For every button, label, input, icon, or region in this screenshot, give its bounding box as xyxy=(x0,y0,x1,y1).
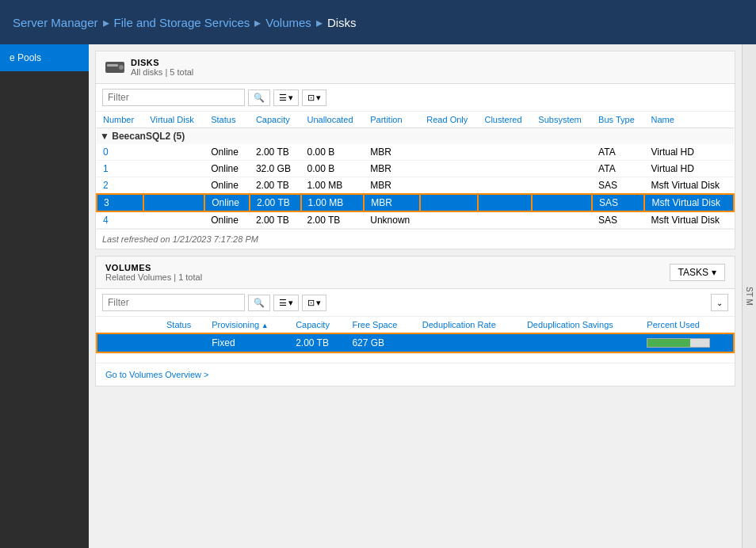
cell-status: Online xyxy=(204,194,250,211)
volumes-table-scroll[interactable]: Status Provisioning Capacity Free Space … xyxy=(96,317,735,353)
disk-table-row[interactable]: 0 Online 2.00 TB 0.00 B MBR ATA Virtual … xyxy=(97,144,734,161)
go-to-volumes-link[interactable]: Go to Volumes Overview > xyxy=(105,370,209,379)
dropdown-arrow-1: ▾ xyxy=(288,93,293,103)
disks-table: Number Virtual Disk Status Capacity Unal… xyxy=(96,112,735,229)
col-bus-type[interactable]: Bus Type xyxy=(592,112,644,128)
vol-col-percent-used[interactable]: Percent Used xyxy=(640,317,734,333)
volumes-table: Status Provisioning Capacity Free Space … xyxy=(96,317,735,353)
disks-toolbar: 🔍 ☰ ▾ ⊡ ▾ xyxy=(96,84,735,112)
cell-read-only xyxy=(420,194,478,211)
cell-virtual-disk xyxy=(143,211,204,229)
col-subsystem[interactable]: Subsystem xyxy=(532,112,592,128)
col-capacity[interactable]: Capacity xyxy=(250,112,301,128)
server-manager-link[interactable]: Server Manager xyxy=(13,16,98,29)
sidebar-item-pools[interactable]: e Pools xyxy=(0,44,89,71)
cell-unallocated: 2.00 TB xyxy=(301,211,365,229)
percent-used-bar xyxy=(647,338,710,348)
cell-name: Msft Virtual Disk xyxy=(644,177,734,195)
disks-subtitle: All disks | 5 total xyxy=(131,67,193,77)
vol-col-drive[interactable] xyxy=(97,317,160,333)
cell-name: Msft Virtual Disk xyxy=(644,211,734,229)
col-clustered[interactable]: Clustered xyxy=(478,112,532,128)
disk-table-row[interactable]: 2 Online 2.00 TB 1.00 MB MBR SAS Msft Vi… xyxy=(97,177,734,195)
cell-number: 0 xyxy=(97,144,143,161)
cell-number: 4 xyxy=(97,211,143,229)
volumes-list-icon: ☰ xyxy=(279,298,287,308)
cell-read-only xyxy=(420,177,478,195)
export-icon: ⊡ xyxy=(307,93,315,103)
cell-status: Online xyxy=(204,211,250,229)
cell-vol-dedup-rate xyxy=(416,333,521,352)
cell-number: 3 xyxy=(97,194,143,211)
percent-used-fill xyxy=(647,339,690,347)
volumes-filter-input[interactable] xyxy=(102,294,245,311)
right-panel: ST M xyxy=(742,44,756,548)
disk-group-header: ▼ BeecanSQL2 (5) xyxy=(97,128,734,145)
separator-3: ▸ xyxy=(316,15,323,30)
cell-partition: MBR xyxy=(364,177,420,195)
disks-table-body: ▼ BeecanSQL2 (5) 0 Online 2.00 TB 0.00 B… xyxy=(97,128,734,229)
col-number[interactable]: Number xyxy=(97,112,143,128)
col-name[interactable]: Name xyxy=(644,112,734,128)
dropdown-arrow-2: ▾ xyxy=(316,93,321,103)
vol-col-capacity[interactable]: Capacity xyxy=(289,317,346,333)
sidebar-item-label: e Pools xyxy=(10,52,41,63)
cell-bus-type: ATA xyxy=(592,144,644,161)
chevron-down-icon: ⌄ xyxy=(716,299,723,307)
disk-table-row[interactable]: 1 Online 32.0 GB 0.00 B MBR ATA Virtual … xyxy=(97,161,734,177)
disk-table-row[interactable]: 3 Online 2.00 TB 1.00 MB MBR SAS Msft Vi… xyxy=(97,194,734,211)
search-icon: 🔍 xyxy=(254,93,265,103)
cell-virtual-disk xyxy=(143,161,204,177)
separator-2: ▸ xyxy=(254,15,261,30)
disks-export-button[interactable]: ⊡ ▾ xyxy=(302,89,326,106)
file-storage-link[interactable]: File and Storage Services xyxy=(114,16,250,29)
cell-vol-dedup-savings xyxy=(521,333,640,352)
volumes-search-icon: 🔍 xyxy=(254,298,265,308)
vol-col-free-space[interactable]: Free Space xyxy=(346,317,415,333)
col-status[interactable]: Status xyxy=(204,112,250,128)
vol-col-dedup-savings[interactable]: Deduplication Savings xyxy=(521,317,640,333)
col-read-only[interactable]: Read Only xyxy=(420,112,478,128)
tasks-button[interactable]: TASKS ▾ xyxy=(670,264,725,281)
cell-clustered xyxy=(478,144,532,161)
content-area: DISKS All disks | 5 total 🔍 ☰ ▾ ⊡ ▾ xyxy=(89,44,742,548)
cell-vol-free-space: 627 GB xyxy=(346,333,415,352)
volumes-scrollbar[interactable] xyxy=(96,353,735,363)
cell-vol-capacity: 2.00 TB xyxy=(289,333,346,352)
cell-virtual-disk xyxy=(143,177,204,195)
volumes-dropdown-arrow-2: ▾ xyxy=(316,298,321,308)
vol-col-status[interactable]: Status xyxy=(160,317,205,333)
volume-table-row[interactable]: Fixed 2.00 TB 627 GB xyxy=(97,333,734,352)
svg-point-2 xyxy=(119,65,124,70)
vol-col-provisioning[interactable]: Provisioning xyxy=(205,317,289,333)
disk-table-row[interactable]: 4 Online 2.00 TB 2.00 TB Unknown SAS Msf… xyxy=(97,211,734,229)
col-partition[interactable]: Partition xyxy=(364,112,420,128)
cell-name: Virtual HD xyxy=(644,161,734,177)
volumes-link[interactable]: Volumes xyxy=(265,16,311,29)
cell-capacity: 2.00 TB xyxy=(250,211,301,229)
disks-list-view-button[interactable]: ☰ ▾ xyxy=(273,89,299,106)
disks-filter-input[interactable] xyxy=(102,89,245,106)
disks-search-button[interactable]: 🔍 xyxy=(248,89,270,106)
volumes-export-button[interactable]: ⊡ ▾ xyxy=(302,295,326,311)
volumes-toolbar: 🔍 ☰ ▾ ⊡ ▾ ⌄ xyxy=(96,289,735,317)
volumes-search-button[interactable]: 🔍 xyxy=(248,295,270,311)
col-unallocated[interactable]: Unallocated xyxy=(301,112,365,128)
cell-partition: MBR xyxy=(364,144,420,161)
volumes-list-view-button[interactable]: ☰ ▾ xyxy=(273,295,299,311)
cell-name: Virtual HD xyxy=(644,144,734,161)
disks-table-header-row: Number Virtual Disk Status Capacity Unal… xyxy=(97,112,734,128)
cell-unallocated: 1.00 MB xyxy=(301,194,365,211)
sidebar: e Pools xyxy=(0,44,89,548)
volumes-collapse-button[interactable]: ⌄ xyxy=(711,294,728,311)
col-virtual-disk[interactable]: Virtual Disk xyxy=(143,112,204,128)
volumes-section: VOLUMES Related Volumes | 1 total TASKS … xyxy=(95,256,735,386)
vol-col-dedup-rate[interactable]: Deduplication Rate xyxy=(416,317,521,333)
cell-status: Online xyxy=(204,144,250,161)
cell-capacity: 2.00 TB xyxy=(250,177,301,195)
disks-table-scroll[interactable]: Number Virtual Disk Status Capacity Unal… xyxy=(96,112,735,229)
cell-bus-type: ATA xyxy=(592,161,644,177)
disks-section-header: DISKS All disks | 5 total xyxy=(96,51,735,84)
cell-read-only xyxy=(420,144,478,161)
cell-name: Msft Virtual Disk xyxy=(644,194,734,211)
